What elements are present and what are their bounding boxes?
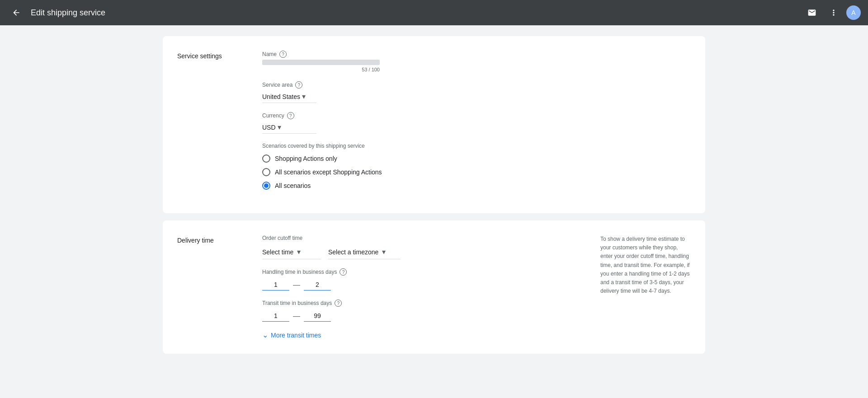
select-timezone-dropdown[interactable]: Select a timezone ▾ xyxy=(328,245,401,259)
handling-time-row: — xyxy=(262,279,579,290)
select-timezone-arrow-icon: ▾ xyxy=(382,248,386,256)
radio-all-except-shopping[interactable]: All scenarios except Shopping Actions xyxy=(262,168,691,176)
service-area-dropdown-icon: ▾ xyxy=(302,92,306,101)
avatar[interactable]: A xyxy=(846,5,861,20)
radio-shopping-actions-only[interactable]: Shopping Actions only xyxy=(262,155,691,163)
radio-all-scenarios[interactable]: All scenarios xyxy=(262,182,691,190)
handling-time-label: Handling time in business days ? xyxy=(262,268,579,276)
scenarios-field: Scenarios covered by this shipping servi… xyxy=(262,143,691,190)
service-area-label: Service area ? xyxy=(262,81,691,89)
select-time-dropdown[interactable]: Select time ▾ xyxy=(262,245,321,259)
handling-max-input[interactable] xyxy=(304,279,331,290)
service-area-field: Service area ? United States ▾ xyxy=(262,81,691,103)
cutoff-row: Select time ▾ Select a timezone ▾ xyxy=(262,245,579,259)
delivery-content: Order cutoff time Select time ▾ Select a… xyxy=(262,235,579,339)
select-time-value: Select time xyxy=(262,248,293,256)
topbar-icons: A xyxy=(803,4,861,22)
radio-circle-all-scenarios xyxy=(262,182,270,190)
radio-label-all-except-shopping: All scenarios except Shopping Actions xyxy=(275,169,382,176)
radio-circle-all-except-shopping xyxy=(262,168,270,176)
delivery-hint: To show a delivery time estimate to your… xyxy=(600,235,691,339)
cutoff-field: Order cutoff time Select time ▾ Select a… xyxy=(262,235,579,259)
more-transit-label: More transit times xyxy=(271,332,321,339)
handling-time-field: Handling time in business days ? — xyxy=(262,268,579,290)
service-area-select[interactable]: United States ▾ xyxy=(262,90,316,103)
service-area-help-icon[interactable]: ? xyxy=(295,81,302,89)
select-timezone-value: Select a timezone xyxy=(328,248,378,256)
service-area-value: United States xyxy=(262,93,300,100)
radio-circle-shopping-actions-only xyxy=(262,155,270,163)
currency-dropdown-icon: ▾ xyxy=(278,123,281,131)
transit-time-label: Transit time in business days ? xyxy=(262,300,579,307)
transit-min-input[interactable] xyxy=(262,310,289,322)
page-title: Edit shipping service xyxy=(31,8,797,18)
currency-field: Currency ? USD ▾ xyxy=(262,112,691,134)
handling-time-help-icon[interactable]: ? xyxy=(340,268,347,276)
transit-time-field: Transit time in business days ? — xyxy=(262,300,579,322)
more-transit-times-link[interactable]: ⌄ More transit times xyxy=(262,331,579,339)
expand-icon: ⌄ xyxy=(262,331,268,339)
select-time-arrow-icon: ▾ xyxy=(297,248,301,256)
handling-dash: — xyxy=(293,281,300,289)
scenarios-radio-group: Shopping Actions only All scenarios exce… xyxy=(262,155,691,190)
currency-label: Currency ? xyxy=(262,112,691,119)
currency-value: USD xyxy=(262,124,276,131)
service-settings-title: Service settings xyxy=(177,51,241,199)
name-input-blurred xyxy=(262,60,380,65)
currency-help-icon[interactable]: ? xyxy=(287,112,294,119)
name-char-count: 53 / 100 xyxy=(262,67,380,72)
service-settings-card: Service settings Name ? 53 / 100 Service… xyxy=(163,36,705,213)
back-button[interactable] xyxy=(7,4,25,22)
main-content: Service settings Name ? 53 / 100 Service… xyxy=(0,25,868,372)
name-label: Name ? xyxy=(262,51,691,58)
mail-button[interactable] xyxy=(803,4,821,22)
delivery-time-title: Delivery time xyxy=(177,235,241,339)
currency-select[interactable]: USD ▾ xyxy=(262,121,316,134)
transit-time-help-icon[interactable]: ? xyxy=(335,300,342,307)
scenarios-label: Scenarios covered by this shipping servi… xyxy=(262,143,691,149)
transit-max-input[interactable] xyxy=(304,310,331,322)
handling-min-input[interactable] xyxy=(262,279,289,290)
transit-time-row: — xyxy=(262,310,579,322)
transit-dash: — xyxy=(293,312,300,320)
more-menu-button[interactable] xyxy=(825,4,843,22)
name-help-icon[interactable]: ? xyxy=(279,51,287,58)
topbar: Edit shipping service A xyxy=(0,0,868,25)
name-field: Name ? 53 / 100 xyxy=(262,51,691,72)
radio-label-all-scenarios: All scenarios xyxy=(275,182,311,189)
service-settings-content: Name ? 53 / 100 Service area ? United St… xyxy=(262,51,691,199)
delivery-time-card: Delivery time Order cutoff time Select t… xyxy=(163,220,705,354)
radio-label-shopping-actions-only: Shopping Actions only xyxy=(275,155,337,162)
cutoff-label: Order cutoff time xyxy=(262,235,579,241)
